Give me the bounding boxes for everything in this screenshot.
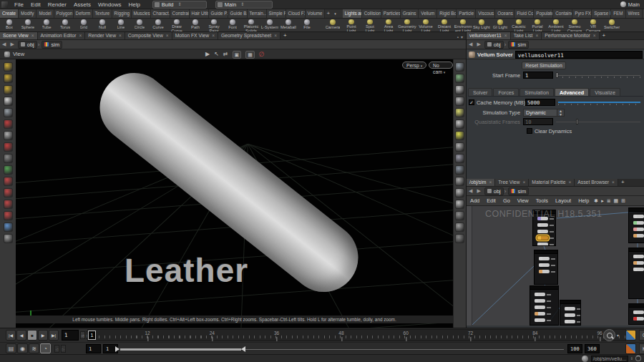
folder-tab[interactable]: Advanced <box>555 88 589 96</box>
shelf-tool[interactable]: Environment Light <box>454 19 472 31</box>
network-node[interactable] <box>537 230 548 233</box>
network-node[interactable] <box>633 317 644 321</box>
shelf-tab[interactable]: Model <box>36 9 54 18</box>
playback-toggle-button[interactable]: ◔ <box>40 343 51 353</box>
shelf-tab[interactable]: Muscles <box>132 9 151 18</box>
network-menu-item[interactable]: Edit <box>483 197 499 204</box>
cache-memory-checkbox[interactable]: ✓ <box>469 99 474 105</box>
start-frame-slider[interactable] <box>556 72 640 79</box>
network-node[interactable] <box>535 318 545 322</box>
folder-tab[interactable]: Simulation <box>519 88 554 96</box>
new-tab-icon[interactable]: + <box>600 32 609 39</box>
viewbar-icon[interactable]: ↖ <box>214 52 219 57</box>
pane-tab[interactable]: Motion FX View <box>172 32 218 39</box>
network-node[interactable] <box>537 236 548 240</box>
tool-icon[interactable] <box>4 131 13 140</box>
reset-simulation-button[interactable]: Reset Simulation <box>522 62 566 69</box>
network-box[interactable] <box>628 248 644 299</box>
simulation-type-dropdown[interactable]: Dynamic ▲▼ <box>523 109 565 117</box>
viewbar-icon[interactable]: ▣ <box>233 51 242 59</box>
pane-tab[interactable]: Composite View <box>125 32 172 39</box>
shelf-tab[interactable]: Texture <box>93 9 112 18</box>
pane-maximize-icon[interactable]: ▪ <box>457 35 459 39</box>
transport-button[interactable]: ▶ <box>38 330 48 341</box>
cache-memory-slider[interactable] <box>558 99 640 106</box>
tool-icon[interactable] <box>455 108 464 117</box>
forward-icon[interactable]: ▶ <box>474 188 482 194</box>
network-menu-item[interactable]: Go <box>499 197 514 204</box>
shelf-tool[interactable]: Circle <box>130 19 149 31</box>
shelf-tab[interactable]: Oceans <box>495 9 514 18</box>
range-start-handle[interactable] <box>115 346 119 352</box>
shelf-tool[interactable]: Curve <box>149 19 167 31</box>
pane-menu-icon[interactable]: ▾ <box>461 34 463 39</box>
network-node[interactable] <box>633 228 644 231</box>
network-toolbar-icon[interactable]: ⊞ <box>621 198 625 204</box>
shelf-tool[interactable]: File <box>298 19 316 31</box>
network-box[interactable] <box>530 285 559 326</box>
tool-icon[interactable] <box>4 62 13 72</box>
viewbar-icon[interactable]: ▶ <box>205 52 210 57</box>
breadcrumb-obj[interactable]: obj <box>18 41 37 49</box>
playback-toggle-button[interactable]: ▤ <box>6 343 16 353</box>
range-end-handle[interactable] <box>241 346 245 352</box>
shelf-tab[interactable]: Rigging <box>112 9 132 18</box>
shelf-tab[interactable]: Pyro FX <box>572 9 592 18</box>
network-menu-item[interactable]: Tools <box>532 197 552 204</box>
shelf-tool[interactable]: Portal Light <box>528 19 547 31</box>
tool-icon[interactable] <box>455 211 464 220</box>
shelf-tab[interactable]: Wires <box>626 9 643 18</box>
shelf-tab[interactable]: Simple FX <box>267 9 286 18</box>
tool-icon[interactable] <box>455 62 464 72</box>
network-editor[interactable]: CONFIDENTIAL H18.5.351 <box>467 206 644 326</box>
shelf-tool[interactable]: Platonic Solids <box>242 19 260 31</box>
pane-tab[interactable]: Take List <box>511 32 542 39</box>
shelf-tool[interactable]: Tube <box>37 19 56 31</box>
tool-icon[interactable] <box>4 211 13 220</box>
shelf-tab[interactable]: Particles <box>381 9 401 18</box>
tool-icon[interactable] <box>455 200 464 209</box>
shelf-tool[interactable]: Caustic Light <box>509 19 528 31</box>
network-node[interactable] <box>633 255 644 258</box>
network-node[interactable] <box>565 320 575 323</box>
keys-count-button[interactable]: 0 K <box>639 330 644 341</box>
forward-icon[interactable]: ▶ <box>8 41 16 47</box>
shelf-tab[interactable]: Guide B... <box>228 9 248 18</box>
tool-icon[interactable] <box>455 119 464 129</box>
tool-icon[interactable] <box>455 74 464 83</box>
pane-tab[interactable]: Performance Monitor <box>542 32 599 39</box>
network-node[interactable] <box>539 270 550 273</box>
shelf-tab[interactable]: Terrain... <box>248 9 267 18</box>
menu-item[interactable]: Edit <box>27 1 44 8</box>
menu-item[interactable]: Assets <box>70 1 94 8</box>
shelf-tool[interactable]: Font <box>223 19 242 31</box>
pane-tab[interactable]: Material Palette <box>529 179 575 186</box>
tool-icon[interactable] <box>4 177 13 186</box>
shelf-tool[interactable]: Torus <box>56 19 74 31</box>
pane-tab[interactable]: /obj/sim <box>467 179 495 186</box>
network-toolbar-icon[interactable]: ▸ <box>601 198 604 204</box>
key-button[interactable] <box>603 329 615 341</box>
shelf-tab[interactable]: FEM <box>611 9 625 18</box>
tool-icon[interactable] <box>455 85 464 94</box>
new-tab-icon[interactable]: + <box>618 179 628 186</box>
start-frame-field[interactable]: 1 <box>523 72 553 79</box>
tool-icon[interactable] <box>455 154 464 163</box>
shelf-tab[interactable]: Sparse Pyr... <box>592 9 611 18</box>
tool-icon[interactable] <box>4 108 13 117</box>
shelf-tab[interactable]: Guide P... <box>209 9 228 18</box>
breadcrumb-obj[interactable]: obj <box>484 41 504 49</box>
shelf-tab[interactable]: Deform <box>74 9 93 18</box>
shelf-tool[interactable]: Geometry Light <box>398 19 416 31</box>
global-range-end-field[interactable]: 360 <box>585 344 600 353</box>
breadcrumb-sim[interactable]: sim <box>508 41 529 49</box>
shelf-tool[interactable]: Grid <box>74 19 93 31</box>
pane-tab[interactable]: vellumsolver11 <box>467 32 511 39</box>
node-name-field[interactable]: vellumsolver11 <box>515 51 643 59</box>
viewbar-icon[interactable]: ▦ <box>245 51 255 59</box>
tool-icon[interactable] <box>455 131 464 140</box>
shelf-tool[interactable]: Box <box>0 19 19 31</box>
shelf-tool[interactable]: Null <box>93 19 112 31</box>
breadcrumb-sim[interactable]: sim <box>508 187 529 195</box>
leather-3d-text[interactable]: Leather <box>125 251 248 290</box>
